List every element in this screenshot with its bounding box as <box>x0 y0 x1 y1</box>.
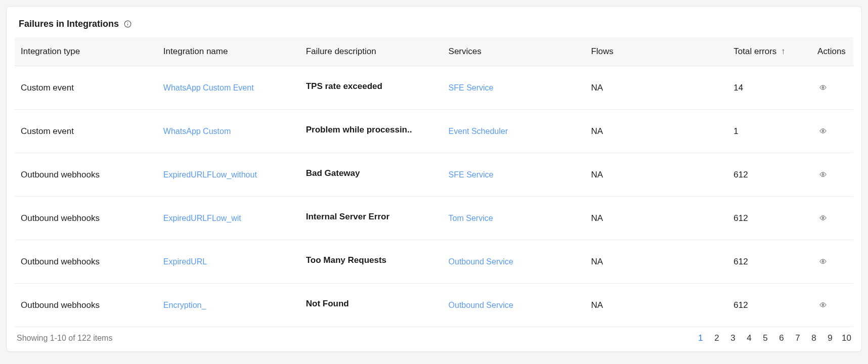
cell-integration-name: Encryption_ <box>157 284 300 327</box>
info-icon[interactable] <box>123 20 132 29</box>
failures-table: Integration type Integration name Failur… <box>15 37 853 327</box>
failure-description-text: Too Many Requests <box>306 255 386 265</box>
cell-integration-type: Outbound webhooks <box>15 153 157 197</box>
table-footer: Showing 1-10 of 122 items 12345678910 <box>15 327 853 345</box>
cell-actions <box>811 197 853 240</box>
page-3[interactable]: 3 <box>728 333 737 343</box>
cell-actions <box>811 110 853 153</box>
integration-name-link[interactable]: WhatsApp Custom Event <box>163 83 254 92</box>
page-1[interactable]: 1 <box>696 333 705 343</box>
cell-integration-name: WhatsApp Custom Event <box>157 66 300 110</box>
cell-integration-name: ExpiredURLFLow_wit <box>157 197 300 240</box>
table-row: Outbound webhooksExpiredURLFLow_withoutB… <box>15 153 853 197</box>
view-icon[interactable] <box>817 82 829 93</box>
cell-total-errors: 1 <box>727 110 811 153</box>
page-8[interactable]: 8 <box>809 333 818 343</box>
page-6[interactable]: 6 <box>777 333 786 343</box>
cell-failure-description: Not Found <box>300 284 443 327</box>
cell-integration-type: Outbound webhooks <box>15 240 157 284</box>
svg-point-3 <box>822 86 824 88</box>
sort-asc-icon: ↑ <box>781 47 786 57</box>
card-header: Failures in Integrations <box>15 17 853 37</box>
cell-service: Outbound Service <box>443 284 585 327</box>
cell-actions <box>811 240 853 284</box>
cell-service: SFE Service <box>443 66 585 110</box>
failure-description-text: Not Found <box>306 299 349 309</box>
page-9[interactable]: 9 <box>826 333 835 343</box>
cell-integration-type: Outbound webhooks <box>15 284 157 327</box>
col-header-failure-description[interactable]: Failure description <box>300 37 443 66</box>
cell-integration-type: Custom event <box>15 110 157 153</box>
page-2[interactable]: 2 <box>712 333 721 343</box>
cell-service: Event Scheduler <box>443 110 585 153</box>
svg-point-4 <box>822 130 824 132</box>
cell-total-errors: 612 <box>727 153 811 197</box>
view-icon[interactable] <box>817 299 829 310</box>
col-header-flows[interactable]: Flows <box>585 37 727 66</box>
integration-name-link[interactable]: WhatsApp Custom <box>163 127 231 135</box>
col-header-total-errors[interactable]: Total errors ↑ <box>727 37 811 66</box>
cell-failure-description: Too Many Requests <box>300 240 443 284</box>
service-link[interactable]: Outbound Service <box>449 301 513 309</box>
cell-service: Tom Service <box>443 197 585 240</box>
view-icon[interactable] <box>817 169 829 180</box>
table-row: Custom eventWhatsApp Custom EventTPS rat… <box>15 66 853 110</box>
cell-total-errors: 14 <box>727 66 811 110</box>
cell-integration-type: Outbound webhooks <box>15 197 157 240</box>
footer-summary: Showing 1-10 of 122 items <box>17 334 112 343</box>
col-header-actions: Actions <box>811 37 853 66</box>
view-icon[interactable] <box>817 256 829 267</box>
page-7[interactable]: 7 <box>793 333 802 343</box>
integration-name-link[interactable]: ExpiredURLFLow_wit <box>163 214 241 222</box>
cell-flows: NA <box>585 284 727 327</box>
integration-name-link[interactable]: ExpiredURL <box>163 257 207 266</box>
cell-failure-description: TPS rate exceeded <box>300 66 443 110</box>
service-link[interactable]: SFE Service <box>449 170 494 179</box>
cell-actions <box>811 284 853 327</box>
service-link[interactable]: Outbound Service <box>449 257 513 266</box>
service-link[interactable]: Event Scheduler <box>449 127 508 135</box>
card-title: Failures in Integrations <box>19 19 119 29</box>
svg-point-8 <box>822 304 824 306</box>
page-10[interactable]: 10 <box>842 333 851 343</box>
col-header-integration-type[interactable]: Integration type <box>15 37 157 66</box>
cell-service: Outbound Service <box>443 240 585 284</box>
cell-flows: NA <box>585 110 727 153</box>
cell-service: SFE Service <box>443 153 585 197</box>
failures-card: Failures in Integrations Integration typ… <box>6 6 862 352</box>
cell-flows: NA <box>585 153 727 197</box>
table-row: Outbound webhooksExpiredURLToo Many Requ… <box>15 240 853 284</box>
cell-actions <box>811 66 853 110</box>
failure-description-text: TPS rate exceeded <box>306 81 382 92</box>
cell-integration-name: ExpiredURLFLow_without <box>157 153 300 197</box>
cell-integration-name: ExpiredURL <box>157 240 300 284</box>
integration-name-link[interactable]: Encryption_ <box>163 301 206 309</box>
cell-integration-type: Custom event <box>15 66 157 110</box>
view-icon[interactable] <box>817 212 829 223</box>
table-row: Custom eventWhatsApp CustomProblem while… <box>15 110 853 153</box>
cell-failure-description: Problem while processin.. <box>300 110 443 153</box>
service-link[interactable]: SFE Service <box>449 83 494 92</box>
cell-integration-name: WhatsApp Custom <box>157 110 300 153</box>
svg-point-5 <box>822 173 824 175</box>
cell-total-errors: 612 <box>727 197 811 240</box>
col-header-integration-name[interactable]: Integration name <box>157 37 300 66</box>
table-row: Outbound webhooksEncryption_Not FoundOut… <box>15 284 853 327</box>
cell-flows: NA <box>585 240 727 284</box>
cell-failure-description: Internal Server Error <box>300 197 443 240</box>
svg-point-7 <box>822 260 824 262</box>
service-link[interactable]: Tom Service <box>449 214 493 222</box>
pagination: 12345678910 <box>696 333 851 343</box>
cell-flows: NA <box>585 197 727 240</box>
page-4[interactable]: 4 <box>745 333 754 343</box>
svg-point-6 <box>822 217 824 219</box>
failure-description-text: Internal Server Error <box>306 212 389 222</box>
view-icon[interactable] <box>817 125 829 136</box>
table-header-row: Integration type Integration name Failur… <box>15 37 853 66</box>
integration-name-link[interactable]: ExpiredURLFLow_without <box>163 170 257 179</box>
cell-total-errors: 612 <box>727 240 811 284</box>
col-header-services[interactable]: Services <box>443 37 585 66</box>
failure-description-text: Bad Gateway <box>306 168 360 178</box>
col-header-total-errors-label: Total errors <box>733 47 776 56</box>
page-5[interactable]: 5 <box>761 333 770 343</box>
